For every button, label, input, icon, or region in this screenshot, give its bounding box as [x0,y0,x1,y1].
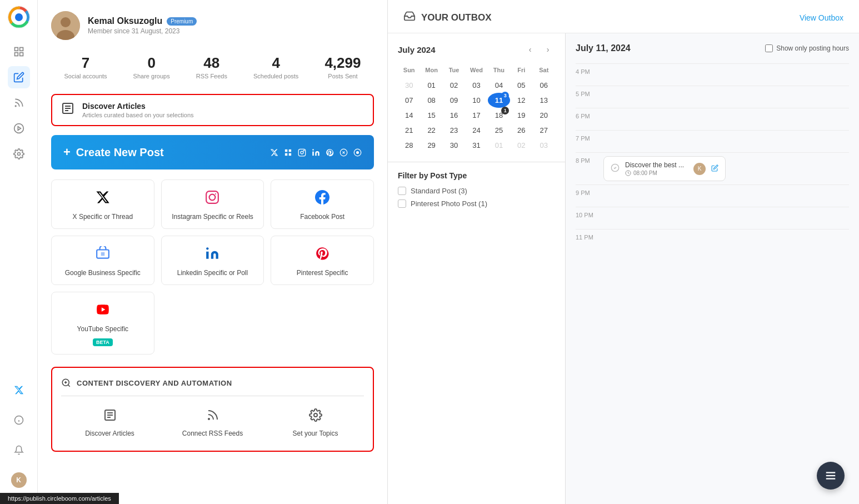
cal-day[interactable]: 02 [443,78,465,93]
cal-day[interactable]: 30 [443,138,465,153]
cal-day[interactable]: 26 [510,123,532,138]
cal-day[interactable]: 01 [420,78,442,93]
discover-articles-nav-item[interactable]: Discover Articles Articles curated based… [51,94,374,126]
stat-number-groups: 0 [133,54,170,72]
svg-point-38 [207,247,209,249]
nav-analytics[interactable] [8,117,30,139]
cal-day[interactable]: 01 [488,138,510,153]
stat-social-accounts[interactable]: 7 Social accounts [64,54,107,79]
fab-menu-button[interactable] [817,462,845,490]
svg-point-28 [312,149,314,151]
stat-share-groups[interactable]: 0 Share groups [133,54,170,79]
svg-rect-27 [312,151,314,156]
cal-day[interactable]: 05 [510,78,532,93]
content-discovery-section: CONTENT DISCOVERY AND AUTOMATION Discove… [51,367,374,452]
post-card-edit-icon[interactable] [711,164,718,173]
cal-day-today[interactable]: 11 3 [488,93,510,108]
cd-item-set-topics[interactable]: Set your Topics [267,404,364,442]
cal-day[interactable]: 22 [420,123,442,138]
cal-day[interactable]: 16 [443,108,465,123]
stat-scheduled-posts[interactable]: 4 Scheduled posts [253,54,298,79]
cal-day[interactable]: 02 [510,138,532,153]
cal-day[interactable]: 31 [465,138,487,153]
cal-day[interactable]: 29 [420,138,442,153]
schedule-header: July 11, 2024 Show only posting hours [576,39,849,58]
nav-compose[interactable] [8,66,30,88]
post-type-x-thread[interactable]: X Specific or Thread [51,179,154,229]
cal-day[interactable]: 13 [533,93,555,108]
cal-day[interactable]: 04 [488,78,510,93]
x-thread-icon [96,190,110,208]
nav-settings[interactable] [8,143,30,165]
post-type-youtube[interactable]: YouTube Specific BETA [51,292,154,355]
show-hours-checkbox[interactable] [765,44,773,52]
nav-rss[interactable] [8,92,30,114]
cal-day[interactable]: 27 [533,123,555,138]
filter-title: Filter by Post Type [398,171,555,180]
cal-day[interactable]: 28 [398,138,420,153]
cal-day[interactable]: 03 [533,138,555,153]
svg-rect-23 [285,153,287,155]
cal-prev-btn[interactable]: ‹ [523,42,537,57]
time-slot-5pm: 5 PM [576,86,849,108]
cal-day[interactable]: 03 [465,78,487,93]
cal-day[interactable]: 25 [488,123,510,138]
nav-notifications[interactable] [8,439,30,461]
post-type-instagram[interactable]: Instagram Specific or Reels [161,179,264,229]
filter-checkbox-pinterest[interactable] [398,199,406,208]
nav-twitter[interactable] [8,379,30,401]
cd-item-connect-rss[interactable]: Connect RSS Feeds [164,404,261,442]
nav-info[interactable] [8,409,30,431]
profile-avatar [51,11,80,40]
cal-day[interactable]: 07 [398,93,420,108]
post-type-pinterest[interactable]: Pinterest Specific [271,236,374,285]
post-card-8pm[interactable]: Discover the best ... 08:00 PM K [603,156,726,181]
cal-day[interactable]: 23 [443,123,465,138]
cal-day[interactable]: 21 [398,123,420,138]
cal-day[interactable]: 09 [443,93,465,108]
cal-day[interactable]: 08 [420,93,442,108]
cal-next-btn[interactable]: › [541,42,555,57]
stat-posts-sent[interactable]: 4,299 Posts Sent [324,54,361,79]
cd-item-discover-articles[interactable]: Discover Articles [61,404,158,442]
show-hours-toggle[interactable]: Show only posting hours [765,44,849,52]
filter-checkbox-standard[interactable] [398,187,406,195]
cd-section-title: CONTENT DISCOVERY AND AUTOMATION [77,379,232,387]
cal-day[interactable]: 24 [465,123,487,138]
cal-day[interactable]: 10 [465,93,487,108]
stat-label-scheduled: Scheduled posts [253,73,298,79]
time-label-7pm: 7 PM [576,134,597,142]
status-bar: https://publish.circleboom.com/articles [0,493,119,504]
svg-rect-21 [289,149,291,151]
cal-day-has-event[interactable]: 18 1 [488,108,510,123]
post-type-facebook[interactable]: Facebook Post [271,179,374,229]
cal-day[interactable]: 17 [465,108,487,123]
cd-items-grid: Discover Articles Connect RSS Feeds [61,404,364,442]
post-type-linkedin[interactable]: Linkedin Specific or Poll [161,236,264,285]
app-logo[interactable] [7,6,31,29]
cal-day[interactable]: 30 [398,78,420,93]
schedule-col: July 11, 2024 Show only posting hours 4 … [566,33,859,504]
create-new-post-button[interactable]: + Create New Post [51,135,374,169]
post-type-google-business[interactable]: Google Business Specific [51,236,154,285]
cal-day[interactable]: 15 [420,108,442,123]
cal-header-mon: Mon [420,64,442,78]
stat-label-rss: RSS Feeds [196,73,227,79]
post-card-time: 08:00 PM [633,170,657,176]
filter-item-pinterest-photo[interactable]: Pinterest Photo Post (1) [398,199,555,208]
create-post-btn-left: + Create New Post [63,145,164,159]
cal-day[interactable]: 14 [398,108,420,123]
view-outbox-link[interactable]: View Outbox [800,13,843,22]
cd-divider [61,396,364,396]
nav-dashboard[interactable] [8,41,30,63]
cal-day[interactable]: 12 [510,93,532,108]
stat-number-rss: 48 [196,54,227,72]
left-nav: K [0,0,38,504]
cal-day[interactable]: 19 [510,108,532,123]
nav-profile-avatar[interactable]: K [8,469,30,491]
stat-rss-feeds[interactable]: 48 RSS Feeds [196,54,227,79]
cal-day[interactable]: 20 [533,108,555,123]
cal-day[interactable]: 06 [533,78,555,93]
x-thread-label: X Specific or Thread [73,213,133,221]
filter-item-standard-post[interactable]: Standard Post (3) [398,187,555,195]
